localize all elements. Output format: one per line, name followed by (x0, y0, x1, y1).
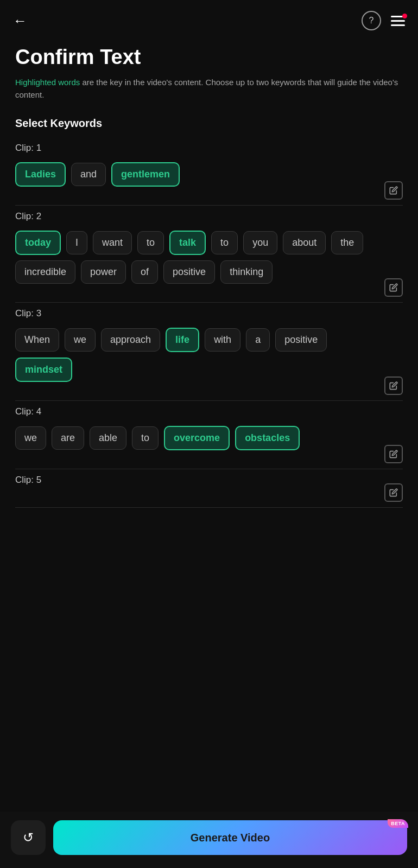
edit-icon-clip-3[interactable] (384, 376, 403, 395)
word-chip-3-2[interactable]: we (65, 328, 96, 352)
word-chip-2-2[interactable]: I (66, 231, 87, 254)
menu-button[interactable] (391, 16, 405, 26)
word-chip-1-1[interactable]: Ladies (15, 162, 66, 187)
word-chip-2-11[interactable]: power (81, 260, 126, 284)
edit-icon-clip-5[interactable] (384, 483, 403, 502)
generate-video-button[interactable]: Generate Video BETA (53, 820, 407, 855)
word-chip-3-4[interactable]: life (166, 328, 199, 352)
generate-label: Generate Video (191, 832, 270, 844)
beta-badge: BETA (388, 819, 408, 828)
clip-words-4: weareabletoovercomeobstacles (15, 426, 403, 450)
word-chip-2-3[interactable]: want (93, 231, 132, 254)
word-chip-3-1[interactable]: When (15, 328, 59, 352)
page-description: Highlighted words are the key in the vid… (15, 76, 403, 101)
header: ← ? (0, 0, 418, 36)
word-chip-4-3[interactable]: able (90, 426, 126, 450)
menu-line-2 (391, 20, 405, 22)
menu-dot (402, 14, 407, 18)
clip-words-3: Whenweapproachlifewithapositivemindset (15, 328, 403, 382)
word-chip-4-2[interactable]: are (52, 426, 84, 450)
word-chip-2-12[interactable]: of (131, 260, 158, 284)
word-chip-4-5[interactable]: overcome (164, 426, 230, 450)
word-chip-2-10[interactable]: incredible (15, 260, 75, 284)
page-title: Confirm Text (15, 46, 403, 69)
word-chip-2-6[interactable]: to (211, 231, 238, 254)
word-chip-4-4[interactable]: to (132, 426, 159, 450)
word-chip-2-5[interactable]: talk (169, 231, 206, 255)
clip-label-1: Clip: 1 (15, 143, 403, 154)
clips-container: Clip: 1LadiesandgentlemenClip: 2todayIwa… (15, 143, 403, 508)
clip-words-row-4: weareabletoovercomeobstacles (15, 426, 376, 450)
word-chip-3-5[interactable]: with (205, 328, 240, 352)
word-chip-2-13[interactable]: positive (163, 260, 215, 284)
bottom-bar: ↺ Generate Video BETA (0, 812, 418, 868)
clip-words-1: Ladiesandgentlemen (15, 162, 403, 187)
word-chip-2-4[interactable]: to (137, 231, 164, 254)
menu-line-3 (391, 24, 405, 26)
word-chip-2-14[interactable]: thinking (220, 260, 273, 284)
clip-label-3: Clip: 3 (15, 308, 403, 319)
word-chip-2-9[interactable]: the (331, 231, 363, 254)
clip-section-3: Clip: 3Whenweapproachlifewithapositivemi… (15, 308, 403, 401)
word-chip-2-1[interactable]: today (15, 231, 61, 255)
reset-button[interactable]: ↺ (11, 820, 46, 855)
header-right: ? (362, 11, 405, 30)
edit-icon-clip-4[interactable] (384, 445, 403, 463)
reset-icon: ↺ (23, 830, 34, 845)
word-chip-4-6[interactable]: obstacles (235, 426, 300, 450)
clip-label-2: Clip: 2 (15, 211, 403, 222)
page-content: Confirm Text Highlighted words are the k… (0, 36, 418, 600)
word-chip-3-8[interactable]: mindset (15, 358, 72, 382)
clip-words-row-1: Ladiesandgentlemen (15, 162, 376, 187)
help-icon: ? (369, 16, 374, 25)
clip-words-2: todayIwanttotalktoyouabouttheincrediblep… (15, 231, 403, 284)
word-chip-1-3[interactable]: gentlemen (111, 162, 180, 187)
clip-section-5: Clip: 5 (15, 475, 403, 508)
word-chip-2-8[interactable]: about (283, 231, 326, 254)
word-chip-2-7[interactable]: you (243, 231, 277, 254)
help-button[interactable]: ? (362, 11, 381, 30)
clip-section-1: Clip: 1Ladiesandgentlemen (15, 143, 403, 206)
clip-label-5: Clip: 5 (15, 475, 403, 486)
clip-section-4: Clip: 4weareabletoovercomeobstacles (15, 406, 403, 469)
word-chip-4-1[interactable]: we (15, 426, 46, 450)
word-chip-3-6[interactable]: a (246, 328, 270, 352)
select-keywords-title: Select Keywords (15, 117, 403, 130)
edit-icon-clip-1[interactable] (384, 181, 403, 200)
word-chip-1-2[interactable]: and (71, 163, 106, 186)
clip-section-2: Clip: 2todayIwanttotalktoyouabouttheincr… (15, 211, 403, 303)
clip-words-row-2: todayIwanttotalktoyouabouttheincrediblep… (15, 231, 376, 284)
back-button[interactable]: ← (13, 14, 27, 28)
clip-words-row-3: Whenweapproachlifewithapositivemindset (15, 328, 376, 382)
edit-icon-clip-2[interactable] (384, 278, 403, 297)
word-chip-3-3[interactable]: approach (101, 328, 160, 352)
word-chip-3-7[interactable]: positive (275, 328, 327, 352)
clip-label-4: Clip: 4 (15, 406, 403, 417)
description-highlight: Highlighted words (15, 78, 80, 87)
